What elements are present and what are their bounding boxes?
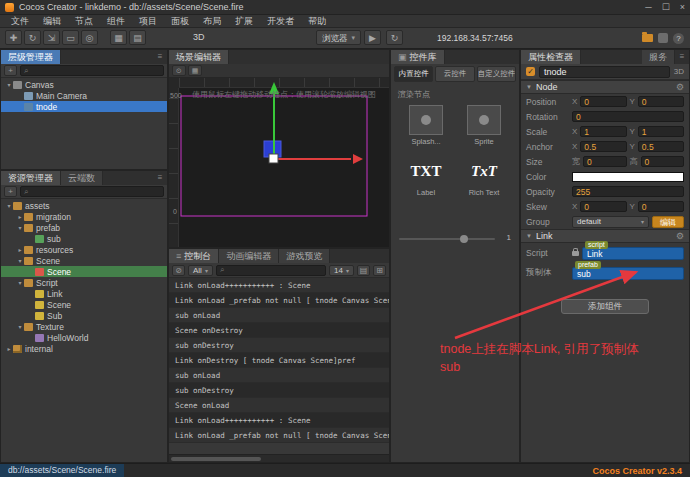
log-level-select[interactable]: All ▾: [188, 265, 213, 276]
close-button[interactable]: ×: [680, 2, 685, 12]
menu-item-扩展[interactable]: 扩展: [228, 15, 260, 28]
widget-item-label[interactable]: TXTLabel: [399, 156, 453, 197]
preview-target-select[interactable]: 浏览器 ▾: [316, 30, 361, 45]
prefab-reference-field[interactable]: prefab sub: [572, 267, 684, 280]
help-icon[interactable]: ?: [673, 33, 684, 44]
panel-menu-icon[interactable]: ≡: [153, 171, 167, 185]
console-log-line[interactable]: Link onLoad+++++++++++ : Scene: [169, 278, 389, 293]
anchor-handle[interactable]: [269, 154, 278, 163]
snap-icon[interactable]: ⊙: [172, 65, 186, 76]
tab-animation-editor[interactable]: 动画编辑器: [219, 249, 279, 263]
expand-arrow-icon[interactable]: ▾: [5, 81, 13, 88]
console-log-line[interactable]: sub onDestroy: [169, 383, 389, 398]
console-log-line[interactable]: sub onLoad: [169, 368, 389, 383]
pivot-toggle-button[interactable]: ▦: [110, 30, 127, 45]
tab-console[interactable]: ≡控制台: [169, 249, 219, 263]
console-log-line[interactable]: Link onLoad+++++++++++ : Scene: [169, 413, 389, 428]
asset-item-helloworld[interactable]: HelloWorld: [1, 332, 167, 343]
expand-arrow-icon[interactable]: ▾: [16, 279, 24, 286]
tab-widget-library[interactable]: ▣控件库: [391, 50, 445, 64]
console-log-line[interactable]: Link onLoad _prefab not null [ tnode Can…: [169, 293, 389, 308]
widget-zoom-slider[interactable]: [399, 238, 495, 240]
menu-item-帮助[interactable]: 帮助: [301, 15, 333, 28]
position-value-field[interactable]: 0: [580, 96, 626, 107]
script-reference-field[interactable]: script Link: [582, 247, 684, 260]
play-button[interactable]: ▶: [364, 30, 381, 45]
expand-arrow-icon[interactable]: ▾: [16, 224, 24, 231]
tab-services[interactable]: 服务: [642, 50, 675, 64]
maximize-button[interactable]: ☐: [662, 2, 670, 12]
menu-item-节点[interactable]: 节点: [68, 15, 100, 28]
asset-item-scene[interactable]: Scene: [1, 299, 167, 310]
asset-item-migration[interactable]: ▸migration: [1, 211, 167, 222]
hierarchy-search-input[interactable]: ⌕: [20, 65, 164, 76]
asset-item-scene[interactable]: Scene: [1, 266, 167, 277]
node-active-checkbox[interactable]: ✓: [526, 67, 535, 76]
clear-logs-icon[interactable]: ⊘: [172, 265, 185, 276]
scale-value-field[interactable]: 1: [580, 126, 626, 137]
console-log-line[interactable]: sub onLoad: [169, 308, 389, 323]
widget-tab-云控件[interactable]: 云控件: [435, 66, 474, 82]
hierarchy-node-tnode[interactable]: tnode: [1, 101, 167, 112]
console-horizontal-scrollbar[interactable]: [169, 454, 389, 462]
menu-item-项目[interactable]: 项目: [132, 15, 164, 28]
menu-item-面板[interactable]: 面板: [164, 15, 196, 28]
anchor-value-field[interactable]: 0.5: [638, 141, 684, 152]
expand-arrow-icon[interactable]: ▾: [5, 202, 13, 209]
create-asset-button[interactable]: +: [4, 186, 17, 197]
widget-item-sprite[interactable]: Sprite: [457, 105, 511, 146]
scale-value-field[interactable]: 1: [638, 126, 684, 137]
tab-cloud[interactable]: 云端数: [61, 171, 103, 185]
slider-handle[interactable]: [460, 235, 468, 243]
rotation-value-field[interactable]: 0: [572, 111, 684, 122]
group-edit-button[interactable]: 编辑: [652, 216, 684, 228]
size-value-field[interactable]: 0: [641, 156, 685, 167]
editor-mode-label[interactable]: 3D: [193, 32, 205, 42]
coordinate-toggle-button[interactable]: ▤: [129, 30, 146, 45]
add-component-button[interactable]: 添加组件: [561, 299, 649, 314]
menu-item-编辑[interactable]: 编辑: [36, 15, 68, 28]
refresh-preview-button[interactable]: ↻: [386, 30, 403, 45]
rect-tool-button[interactable]: ▭: [62, 30, 79, 45]
gear-icon[interactable]: ⚙: [676, 231, 684, 241]
hierarchy-node-canvas[interactable]: ▾Canvas: [1, 79, 167, 90]
anchor-tool-button[interactable]: ◎: [81, 30, 98, 45]
scene-gizmo[interactable]: [169, 78, 389, 248]
console-settings-icon[interactable]: ⊞: [373, 265, 386, 276]
size-value-field[interactable]: 0: [583, 156, 627, 167]
expand-arrow-icon[interactable]: ▸: [16, 246, 24, 253]
widget-item-rich-text[interactable]: TxTRich Text: [457, 156, 511, 197]
scale-tool-button[interactable]: ⇲: [43, 30, 60, 45]
tab-inspector[interactable]: 属性检查器: [521, 50, 581, 64]
asset-item-sub[interactable]: sub: [1, 233, 167, 244]
menu-item-布局[interactable]: 布局: [196, 15, 228, 28]
tab-game-preview[interactable]: 游戏预览: [279, 249, 330, 263]
console-log-line[interactable]: Scene onDestroy: [169, 323, 389, 338]
tab-hierarchy[interactable]: 层级管理器: [1, 50, 61, 64]
asset-item-script[interactable]: ▾Script: [1, 277, 167, 288]
font-size-select[interactable]: 14 ▾: [329, 265, 354, 276]
console-log-line[interactable]: Link onLoad _prefab not null [ tnode Can…: [169, 428, 389, 443]
asset-item-assets[interactable]: ▾assets: [1, 200, 167, 211]
console-search-input[interactable]: ⌕: [216, 265, 326, 276]
group-dropdown[interactable]: default▾: [572, 216, 649, 228]
hierarchy-node-main-camera[interactable]: Main Camera: [1, 90, 167, 101]
open-app-folder-icon[interactable]: [658, 33, 668, 43]
anchor-value-field[interactable]: 0.5: [580, 141, 626, 152]
tab-scene-editor[interactable]: 场景编辑器: [169, 50, 229, 64]
console-log-line[interactable]: Link onDestroy [ tnode Canvas Scene]pref: [169, 353, 389, 368]
panel-menu-icon[interactable]: ≡: [675, 50, 689, 64]
open-project-folder-icon[interactable]: [642, 34, 653, 42]
menu-item-组件[interactable]: 组件: [100, 15, 132, 28]
grid-icon[interactable]: ▦: [188, 65, 202, 76]
minimize-button[interactable]: ─: [645, 2, 651, 12]
asset-item-sub[interactable]: Sub: [1, 310, 167, 321]
console-log-line[interactable]: Scene onLoad: [169, 398, 389, 413]
skew-value-field[interactable]: 0: [580, 201, 626, 212]
panel-menu-icon[interactable]: ≡: [153, 50, 167, 64]
rotate-tool-button[interactable]: ↻: [24, 30, 41, 45]
node-section-header[interactable]: ▼ Node ⚙: [521, 80, 689, 94]
widget-tab-自定义控件[interactable]: 自定义控件: [477, 66, 516, 82]
asset-item-texture[interactable]: ▾Texture: [1, 321, 167, 332]
widget-item-splash-[interactable]: Splash...: [399, 105, 453, 146]
